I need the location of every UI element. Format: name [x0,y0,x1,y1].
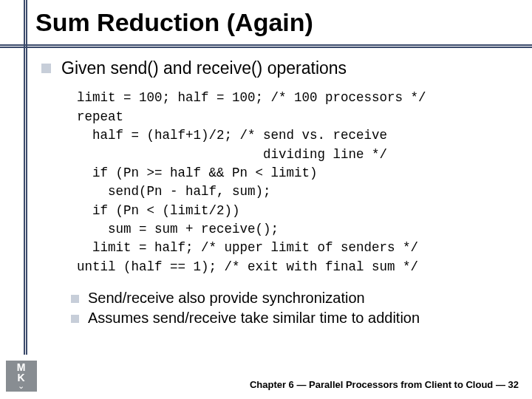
code-block: limit = 100; half = 100; /* 100 processo… [77,89,517,276]
sub-bullet-text: Send/receive also provide synchronizatio… [88,290,365,307]
logo-letter-m: M [17,362,27,372]
vertical-rule-right [26,0,27,355]
slide: Sum Reduction (Again) Given send() and r… [0,0,532,399]
logo-caret-icon: ⌄ [18,382,25,390]
square-bullet-icon [41,64,51,73]
title-rule-top [0,44,532,46]
sub-bullet-text: Assumes send/receive take similar time t… [88,310,420,327]
square-bullet-icon [71,315,79,323]
bullet1-text: Given send() and receive() operations [61,58,347,78]
vertical-rule-left [24,0,25,355]
footer-text: Chapter 6 — Parallel Processors from Cli… [250,379,519,390]
publisher-logo: M K ⌄ [6,361,37,392]
bullet-level2: Send/receive also provide synchronizatio… [71,290,517,307]
slide-title: Sum Reduction (Again) [35,9,532,36]
title-rule-bottom [0,47,532,48]
title-area: Sum Reduction (Again) [0,0,532,36]
bullet-level1: Given send() and receive() operations [41,58,517,78]
square-bullet-icon [71,295,79,303]
content-area: Given send() and receive() operations li… [0,36,532,327]
bullet-level2: Assumes send/receive take similar time t… [71,310,517,327]
